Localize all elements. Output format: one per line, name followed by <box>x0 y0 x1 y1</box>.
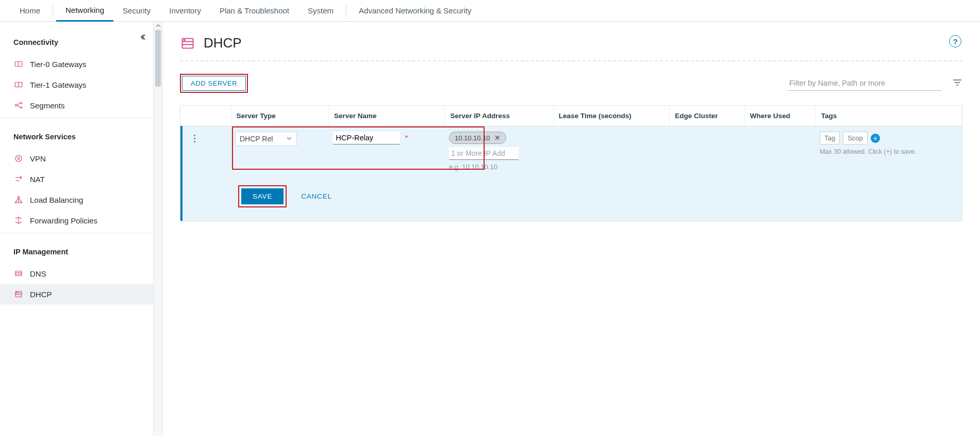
segments-icon <box>13 100 24 110</box>
lb-icon <box>13 195 24 205</box>
dhcp-page-icon <box>180 36 195 51</box>
nav-system[interactable]: System <box>298 0 343 22</box>
sidebar-item-label: Segments <box>30 101 65 110</box>
column-server-name[interactable]: Server Name <box>329 106 445 126</box>
nav-home[interactable]: Home <box>10 0 49 22</box>
sidebar-item-dns[interactable]: DNS <box>0 263 153 284</box>
vpn-icon <box>13 153 24 164</box>
dhcp-table: Server Type Server Name Server IP Addres… <box>180 105 962 221</box>
sidebar-item-forwarding-policies[interactable]: Forwarding Policies <box>0 210 153 231</box>
nav-plan-troubleshoot[interactable]: Plan & Troubleshoot <box>210 0 298 22</box>
svg-point-27 <box>16 292 17 293</box>
table-row-actions: SAVE CANCEL <box>181 176 962 221</box>
sidebar-item-label: Tier-1 Gateways <box>30 80 86 89</box>
svg-point-13 <box>18 196 20 198</box>
sidebar-item-label: VPN <box>30 154 46 163</box>
add-tag-button[interactable]: + <box>871 134 880 143</box>
sidebar-item-label: Load Balancing <box>30 196 83 204</box>
collapse-sidebar-button[interactable] <box>136 31 148 43</box>
top-nav: Home Networking Security Inventory Plan … <box>0 0 980 22</box>
sidebar-heading-connectivity: Connectivity <box>0 26 153 54</box>
nav-advanced[interactable]: Advanced Networking & Security <box>350 0 480 22</box>
column-tags[interactable]: Tags <box>816 106 961 126</box>
sidebar-item-segments[interactable]: Segments <box>0 95 153 116</box>
sidebar-item-vpn[interactable]: VPN <box>0 148 153 169</box>
sidebar-item-load-balancing[interactable]: Load Balancing <box>0 189 153 210</box>
svg-point-6 <box>21 107 22 108</box>
row-menu-button[interactable] <box>187 132 202 142</box>
column-where-used[interactable]: Where Used <box>744 106 816 126</box>
filter-icon[interactable] <box>952 78 962 88</box>
filter-input[interactable] <box>787 76 942 91</box>
nav-inventory[interactable]: Inventory <box>160 0 210 22</box>
sidebar-item-label: Forwarding Policies <box>30 216 97 225</box>
gateway-icon <box>13 59 24 69</box>
required-indicator: * <box>402 133 408 142</box>
column-expand <box>181 106 206 126</box>
sidebar: Connectivity Tier-0 Gateways Tier-1 Gate… <box>0 22 162 436</box>
sidebar-item-tier0-gateways[interactable]: Tier-0 Gateways <box>0 54 153 74</box>
svg-point-14 <box>15 202 16 203</box>
column-actions <box>206 106 231 126</box>
ip-chip[interactable]: 10.10.10.10 ✕ <box>449 132 506 144</box>
fwd-icon <box>13 215 24 225</box>
svg-point-16 <box>21 202 22 203</box>
sidebar-item-tier1-gateways[interactable]: Tier-1 Gateways <box>0 74 153 95</box>
cancel-button[interactable]: CANCEL <box>301 192 332 200</box>
main-panel: DHCP ? ADD SERVER Ser <box>162 22 980 436</box>
server-type-select[interactable]: DHCP Rel <box>235 132 297 146</box>
svg-line-19 <box>19 198 21 202</box>
column-edge-cluster[interactable]: Edge Cluster <box>670 106 744 126</box>
ip-chip-value: 10.10.10.10 <box>455 134 490 142</box>
nat-icon <box>13 174 24 184</box>
sidebar-scrollbar[interactable] <box>154 22 162 436</box>
sidebar-item-nat[interactable]: NAT <box>0 169 153 189</box>
column-lease-time[interactable]: Lease Time (seconds) <box>553 106 670 126</box>
chevron-down-icon <box>286 135 292 143</box>
scope-input[interactable]: Scop <box>843 132 868 144</box>
svg-point-31 <box>184 39 185 40</box>
svg-point-5 <box>21 102 22 104</box>
column-server-ip[interactable]: Server IP Address <box>445 106 553 126</box>
scroll-up-icon[interactable] <box>154 22 162 29</box>
nav-networking[interactable]: Networking <box>56 0 113 22</box>
sidebar-item-label: Tier-0 Gateways <box>30 60 86 69</box>
svg-line-17 <box>16 198 19 202</box>
ip-hint-text: e.g. 10.10.10.10 <box>449 160 549 171</box>
svg-rect-21 <box>15 271 22 276</box>
page-title: DHCP <box>204 35 242 51</box>
select-value: DHCP Rel <box>240 135 284 143</box>
highlight-annotation: ADD SERVER <box>180 74 248 93</box>
svg-point-4 <box>15 105 16 106</box>
sidebar-item-label: DNS <box>30 269 46 278</box>
svg-point-15 <box>18 202 20 203</box>
nav-separator <box>53 5 53 17</box>
svg-line-7 <box>16 103 21 106</box>
server-name-input[interactable] <box>333 132 400 144</box>
svg-rect-10 <box>18 157 20 160</box>
svg-point-9 <box>15 155 22 162</box>
scroll-thumb[interactable] <box>155 30 161 87</box>
svg-line-8 <box>16 105 21 108</box>
dns-icon <box>13 268 24 279</box>
dhcp-icon <box>13 289 24 299</box>
sidebar-heading-ip-management: IP Management <box>0 235 153 263</box>
sidebar-heading-network-services: Network Services <box>0 120 153 148</box>
help-button[interactable]: ? <box>949 35 961 47</box>
table-row: DHCP Rel * <box>181 126 962 176</box>
sidebar-item-dhcp[interactable]: DHCP <box>0 284 153 304</box>
sidebar-item-label: NAT <box>30 175 45 184</box>
tag-hint-text: Max 30 allowed. Click (+) to save. <box>820 148 957 156</box>
gateway-icon <box>13 79 24 90</box>
add-server-button[interactable]: ADD SERVER <box>182 76 246 91</box>
nav-separator <box>346 5 346 17</box>
ip-address-input[interactable] <box>449 147 519 160</box>
highlight-annotation: SAVE <box>238 185 287 207</box>
save-button[interactable]: SAVE <box>241 188 284 204</box>
sidebar-item-label: DHCP <box>30 290 52 299</box>
nav-security[interactable]: Security <box>113 0 160 22</box>
chip-remove-icon[interactable]: ✕ <box>494 134 501 142</box>
tag-input[interactable]: Tag <box>820 132 840 144</box>
column-server-type[interactable]: Server Type <box>231 106 329 126</box>
